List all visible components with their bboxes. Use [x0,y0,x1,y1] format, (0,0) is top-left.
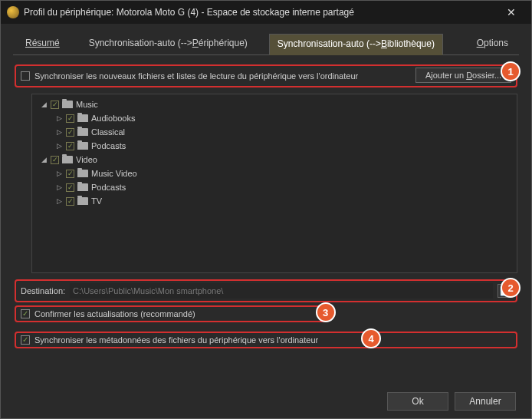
sync-files-label: Synchroniser les nouveaux fichiers et li… [34,71,358,81]
highlight-2: 2 Destination: 📄 [15,279,517,302]
expand-icon[interactable]: ▷ [55,170,63,177]
badge-1: 1 [501,61,521,81]
tree-checkbox[interactable] [66,170,74,178]
tree-label: Video [76,155,97,164]
highlight-1: 1 Synchroniser les nouveaux fichiers et … [15,64,517,87]
folder-tree[interactable]: ◢Music ▷Audiobooks ▷Classical ▷Podcasts … [31,94,517,273]
sync-files-checkbox[interactable] [21,71,30,81]
tab-bar: Résumé Synchronisation-auto (-->Périphér… [13,33,519,55]
tab-sync-to-device[interactable]: Synchronisation-auto (-->Périphérique) [81,34,255,55]
ok-button[interactable]: Ok [387,392,448,411]
tree-label: Podcasts [91,183,126,192]
collapse-icon[interactable]: ◢ [40,101,48,108]
tree-checkbox[interactable] [66,114,74,123]
destination-input[interactable] [70,283,493,299]
tree-label: Music [76,100,98,109]
folder-icon [77,170,88,177]
tree-label: Classical [91,127,125,137]
cancel-button[interactable]: Annuler [455,392,516,411]
expand-icon[interactable]: ▷ [55,142,63,150]
sync-metadata-checkbox[interactable] [21,335,30,345]
folder-icon [77,128,88,136]
badge-3: 3 [316,302,336,322]
folder-icon [77,197,88,205]
expand-icon[interactable]: ▷ [55,114,63,122]
destination-label: Destination: [21,286,65,295]
highlight-3: 3 Confirmer les actualisations (recomman… [15,305,327,322]
tree-checkbox[interactable] [66,183,74,192]
tree-checkbox[interactable] [51,101,59,109]
expand-icon[interactable]: ▷ [55,183,63,191]
app-icon [7,6,19,18]
folder-icon [77,142,88,150]
folder-icon [62,156,73,163]
expand-icon[interactable]: ▷ [55,128,63,136]
tab-sync-to-library[interactable]: Synchronisation-auto (-->Bibliothèque) [269,34,443,55]
badge-2: 2 [501,278,521,298]
tree-label: Audiobooks [91,114,136,123]
folder-icon [77,114,88,122]
folder-icon [62,101,73,108]
window-title: Profil du périphérique: Motorola Moto G … [24,7,496,18]
add-folder-button[interactable]: Ajouter un Dossier... [415,68,511,83]
highlight-4: 4 Synchroniser les métadonnées des fichi… [15,332,517,348]
close-button[interactable]: ✕ [496,1,527,24]
tree-checkbox[interactable] [66,142,74,150]
tree-label: TV [91,196,102,206]
tree-label: Music Video [91,169,137,178]
expand-icon[interactable]: ▷ [55,197,63,205]
tab-options[interactable]: Options [469,34,516,55]
sync-metadata-label: Synchroniser les métadonnées des fichier… [34,335,318,345]
tree-checkbox[interactable] [66,197,74,206]
tab-resume[interactable]: Résumé [18,34,67,55]
collapse-icon[interactable]: ◢ [40,156,48,163]
confirm-updates-checkbox[interactable] [21,309,30,318]
folder-icon [77,183,88,191]
tree-checkbox[interactable] [51,156,59,164]
badge-4: 4 [361,328,381,348]
tree-label: Podcasts [91,141,126,150]
tree-checkbox[interactable] [66,128,74,137]
confirm-updates-label: Confirmer les actualisations (recommandé… [34,309,195,318]
